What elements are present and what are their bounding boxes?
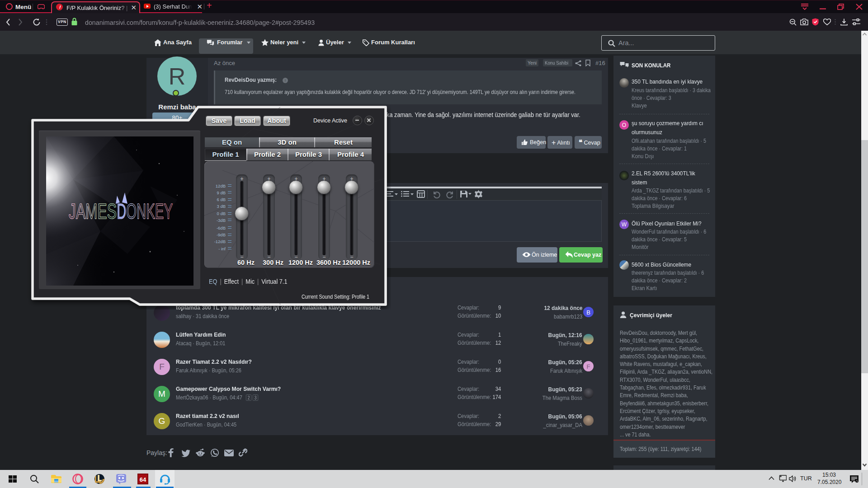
svg-text:64: 64 — [140, 476, 146, 483]
svg-text:JAMES: JAMES — [69, 199, 117, 223]
svg-text:D: D — [117, 199, 126, 223]
